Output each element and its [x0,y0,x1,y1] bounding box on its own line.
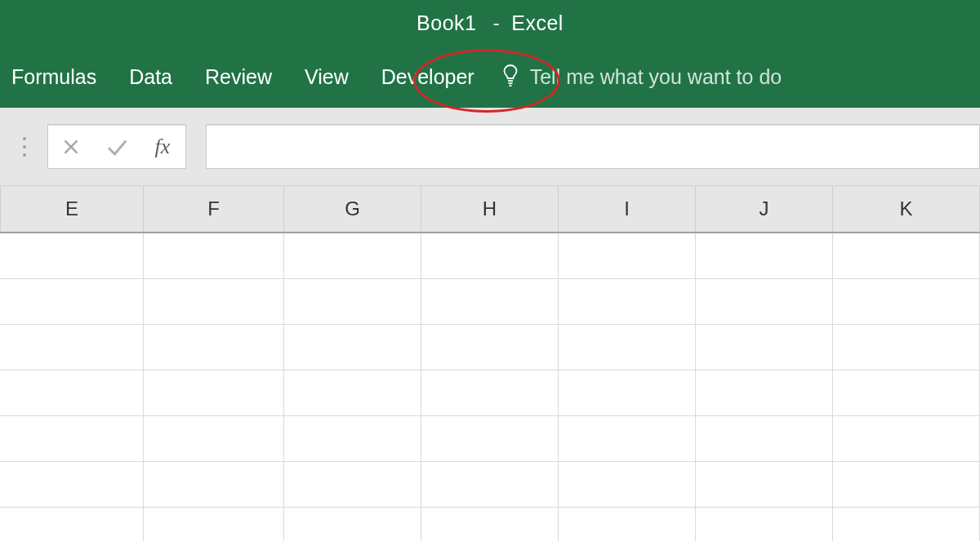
cell[interactable] [284,279,421,324]
column-header-H[interactable]: H [421,186,559,232]
cell[interactable] [696,508,833,541]
cell[interactable] [144,370,284,415]
table-row [0,325,980,370]
table-row [0,233,980,279]
lightbulb-icon [501,64,522,90]
cell[interactable] [559,325,696,370]
table-row [0,508,980,541]
cell[interactable] [833,233,980,278]
cell[interactable] [0,462,144,507]
workbook-name: Book1 [416,11,476,35]
cell[interactable] [696,279,833,324]
enter-button[interactable] [94,125,140,168]
cell[interactable] [0,325,144,370]
cell[interactable] [421,233,559,278]
cell[interactable] [0,370,144,415]
cell[interactable] [696,233,833,278]
formula-bar-button-group: fx [47,124,186,169]
cell[interactable] [696,325,833,370]
cell[interactable] [144,233,284,278]
column-header-J[interactable]: J [696,186,833,232]
table-row [0,416,980,462]
cell[interactable] [559,462,696,507]
tell-me-placeholder: Tell me what you want to do [530,65,782,89]
tab-developer[interactable]: Developer [381,65,474,89]
rows [0,233,980,541]
title-separator: - [492,11,500,35]
cell[interactable] [284,370,421,415]
cell[interactable] [0,416,144,461]
cell[interactable] [144,416,284,461]
cell[interactable] [833,416,980,461]
table-row [0,370,980,416]
formula-bar-drag-handle-icon[interactable] [18,137,31,157]
cell[interactable] [833,370,980,415]
cell[interactable] [696,416,833,461]
cell[interactable] [144,508,284,541]
column-header-F[interactable]: F [144,186,284,232]
cell[interactable] [421,508,559,541]
cell[interactable] [421,325,559,370]
tab-data[interactable]: Data [129,65,172,89]
cell[interactable] [559,370,696,415]
column-header-E[interactable]: E [0,186,144,232]
cell[interactable] [284,508,421,541]
column-headers: E F G H I J K [0,186,980,233]
tab-formulas[interactable]: Formulas [11,65,96,89]
cell[interactable] [559,416,696,461]
cell[interactable] [284,233,421,278]
check-icon [105,135,129,159]
cell[interactable] [421,370,559,415]
cell[interactable] [833,508,980,541]
cell[interactable] [559,508,696,541]
cell[interactable] [421,279,559,324]
cell[interactable] [144,325,284,370]
cell[interactable] [833,462,980,507]
cell[interactable] [0,233,144,278]
tab-review[interactable]: Review [205,65,272,89]
table-row [0,279,980,325]
spreadsheet-grid: E F G H I J K [0,186,980,541]
cell[interactable] [421,416,559,461]
cell[interactable] [284,416,421,461]
cell[interactable] [0,508,144,541]
cell[interactable] [284,462,421,507]
cell[interactable] [0,279,144,324]
x-icon [60,136,82,157]
app-name: Excel [511,11,564,35]
tab-view[interactable]: View [305,65,349,89]
cell[interactable] [559,233,696,278]
cancel-button[interactable] [48,125,94,168]
insert-function-button[interactable]: fx [140,125,185,168]
cell[interactable] [833,279,980,324]
cell[interactable] [696,462,833,507]
table-row [0,462,980,508]
formula-bar: fx [0,108,980,186]
cell[interactable] [144,462,284,507]
cell[interactable] [144,279,284,324]
tell-me-search[interactable]: Tell me what you want to do [501,64,782,90]
fx-icon: fx [155,135,171,159]
cell[interactable] [696,370,833,415]
ribbon-tabs: Formulas Data Review View Developer Tell… [0,46,980,108]
title-bar: Book1 - Excel [0,0,980,46]
column-header-G[interactable]: G [284,186,421,232]
column-header-I[interactable]: I [559,186,696,232]
cell[interactable] [421,462,559,507]
column-header-K[interactable]: K [833,186,980,232]
cell[interactable] [833,325,980,370]
cell[interactable] [284,325,421,370]
cell[interactable] [559,279,696,324]
formula-input[interactable] [206,124,980,169]
